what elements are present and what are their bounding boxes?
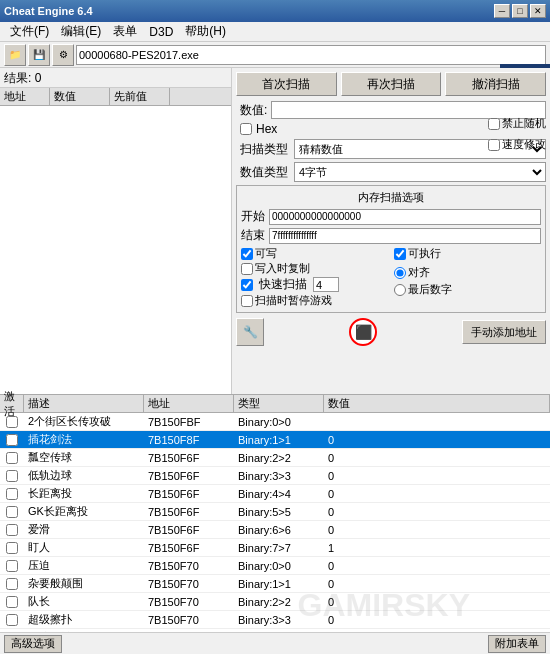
executable-label: 可执行 xyxy=(408,246,441,261)
cheat-table[interactable]: 2个街区长传攻破 7B150FBF Binary:0>0 插花剑法 7B150F… xyxy=(0,413,550,632)
speed-checkbox[interactable] xyxy=(488,139,500,151)
row-active-checkbox[interactable] xyxy=(6,470,18,482)
row-active xyxy=(0,578,24,590)
table-row[interactable]: 爱滑 7B150F6F Binary:6>6 0 xyxy=(0,521,550,539)
row-val: 0 xyxy=(324,488,550,500)
bottom-footer: 高级选项 附加表单 xyxy=(0,632,550,654)
last-digit-radio-row: 最后数字 xyxy=(394,282,541,297)
row-addr: 7B150F70 xyxy=(144,560,234,572)
quick-scan-checkbox[interactable] xyxy=(241,279,253,291)
hex-checkbox[interactable] xyxy=(240,123,252,135)
row-desc: GK长距离投 xyxy=(24,504,144,519)
table-row[interactable]: 2个街区长传攻破 7B150FBF Binary:0>0 xyxy=(0,413,550,431)
no-random-checkbox[interactable] xyxy=(488,118,500,130)
row-type: Binary:5>5 xyxy=(234,506,324,518)
maximize-button[interactable]: □ xyxy=(512,4,528,18)
row-active-checkbox[interactable] xyxy=(6,560,18,572)
row-desc: 2个街区长传攻破 xyxy=(24,414,144,429)
table-row[interactable]: 盯人 7B150F6F Binary:7>7 1 xyxy=(0,539,550,557)
start-input[interactable] xyxy=(269,209,541,225)
row-active-checkbox[interactable] xyxy=(6,506,18,518)
menu-table[interactable]: 表单 xyxy=(107,21,143,42)
manual-add-button[interactable]: 手动添加地址 xyxy=(462,320,546,344)
col-header-type: 类型 xyxy=(234,395,324,412)
stop-button[interactable]: ⬛ xyxy=(349,318,377,346)
row-active xyxy=(0,416,24,428)
row-addr: 7B150F6F xyxy=(144,470,234,482)
col-header-active: 激活 xyxy=(0,395,24,412)
table-row[interactable]: GK长距离投 7B150F6F Binary:5>5 0 xyxy=(0,503,550,521)
row-active xyxy=(0,542,24,554)
start-row: 开始 xyxy=(241,208,541,225)
window-controls: ─ □ ✕ xyxy=(494,4,546,18)
process-input[interactable] xyxy=(76,45,546,65)
writable-row: 可写 xyxy=(241,246,388,261)
row-active xyxy=(0,452,24,464)
quick-scan-input[interactable] xyxy=(313,277,339,292)
row-addr: 7B150F70 xyxy=(144,596,234,608)
value-type-select[interactable]: 4字节 xyxy=(294,162,546,182)
row-active-checkbox[interactable] xyxy=(6,614,18,626)
writable-checkbox[interactable] xyxy=(241,248,253,260)
row-active-checkbox[interactable] xyxy=(6,578,18,590)
col-header-address: 地址 xyxy=(144,395,234,412)
row-addr: 7B150F8F xyxy=(144,434,234,446)
next-scan-button[interactable]: 再次扫描 xyxy=(341,72,442,96)
align-radio[interactable] xyxy=(394,267,406,279)
menu-d3d[interactable]: D3D xyxy=(143,23,179,41)
last-digit-radio[interactable] xyxy=(394,284,406,296)
open-button[interactable]: 📁 xyxy=(4,44,26,66)
cancel-scan-button[interactable]: 撤消扫描 xyxy=(445,72,546,96)
executable-checkbox[interactable] xyxy=(394,248,406,260)
save-button[interactable]: 💾 xyxy=(28,44,50,66)
memory-scan-options-title: 内存扫描选项 xyxy=(241,190,541,205)
copy-on-write-checkbox[interactable] xyxy=(241,263,253,275)
advanced-options-button[interactable]: 高级选项 xyxy=(4,635,62,653)
row-active-checkbox[interactable] xyxy=(6,452,18,464)
row-active-checkbox[interactable] xyxy=(6,596,18,608)
row-type: Binary:0>0 xyxy=(234,416,324,428)
minimize-button[interactable]: ─ xyxy=(494,4,510,18)
table-row[interactable]: 压迫 7B150F70 Binary:0>0 0 xyxy=(0,557,550,575)
table-row[interactable]: 瓢空传球 7B150F6F Binary:2>2 0 xyxy=(0,449,550,467)
executable-row: 可执行 xyxy=(394,246,541,261)
end-input[interactable] xyxy=(269,228,541,244)
row-active-checkbox[interactable] xyxy=(6,488,18,500)
settings-button[interactable]: ⚙ xyxy=(52,44,74,66)
row-active-checkbox[interactable] xyxy=(6,524,18,536)
col-header-addr: 地址 xyxy=(0,88,50,105)
first-scan-button[interactable]: 首次扫描 xyxy=(236,72,337,96)
table-row[interactable]: 超级擦扑 7B150F70 Binary:3>3 0 xyxy=(0,611,550,629)
list-header: 地址 数值 先前值 xyxy=(0,88,231,106)
pause-game-checkbox[interactable] xyxy=(241,295,253,307)
row-desc: 盯人 xyxy=(24,540,144,555)
scan-type-label: 扫描类型 xyxy=(240,141,288,158)
close-button[interactable]: ✕ xyxy=(530,4,546,18)
row-val: 0 xyxy=(324,578,550,590)
row-val: 0 xyxy=(324,452,550,464)
row-type: Binary:2>2 xyxy=(234,596,324,608)
result-bar: 结果: 0 xyxy=(0,68,231,88)
last-digit-label: 最后数字 xyxy=(408,282,452,297)
plugin-button[interactable]: 🔧 xyxy=(236,318,264,346)
row-type: Binary:7>7 xyxy=(234,542,324,554)
menu-help[interactable]: 帮助(H) xyxy=(179,21,232,42)
row-active-checkbox[interactable] xyxy=(6,542,18,554)
pause-game-label: 扫描时暂停游戏 xyxy=(255,293,332,308)
row-active-checkbox[interactable] xyxy=(6,416,18,428)
table-row[interactable]: 队长 7B150F70 Binary:2>2 0 xyxy=(0,593,550,611)
row-active xyxy=(0,488,24,500)
menu-edit[interactable]: 编辑(E) xyxy=(55,21,107,42)
table-row[interactable]: 低轨边球 7B150F6F Binary:3>3 0 xyxy=(0,467,550,485)
side-options: 禁止随机 速度修改 xyxy=(488,116,546,152)
attach-table-button[interactable]: 附加表单 xyxy=(488,635,546,653)
menu-file[interactable]: 文件(F) xyxy=(4,21,55,42)
table-row[interactable]: 插花剑法 7B150F8F Binary:1>1 0 xyxy=(0,431,550,449)
row-type: Binary:1>1 xyxy=(234,434,324,446)
memory-scan-options: 内存扫描选项 开始 结束 可写 写入时复制 xyxy=(236,185,546,313)
row-active-checkbox[interactable] xyxy=(6,434,18,446)
start-label: 开始 xyxy=(241,208,265,225)
table-row[interactable]: 杂要般颠围 7B150F70 Binary:1>1 0 xyxy=(0,575,550,593)
table-row[interactable]: 长距离投 7B150F6F Binary:4>4 0 xyxy=(0,485,550,503)
row-active xyxy=(0,470,24,482)
